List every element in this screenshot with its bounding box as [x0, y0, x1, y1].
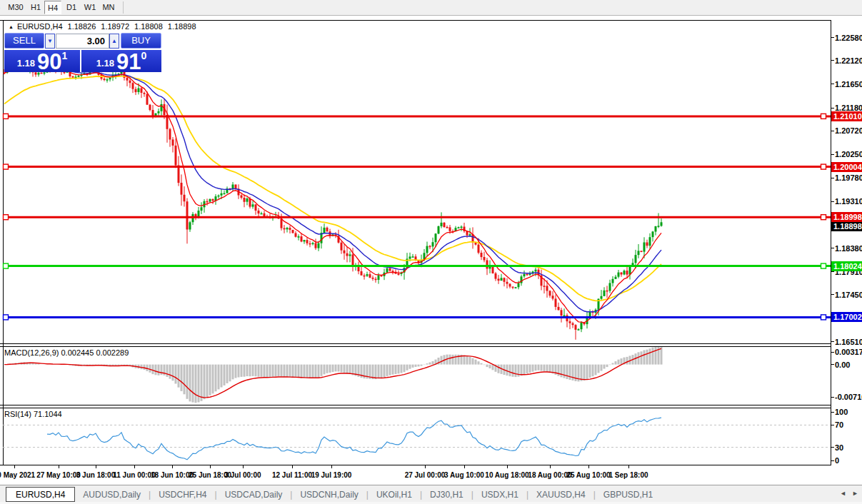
quote-low: 1.18808	[134, 22, 163, 31]
price-tick	[831, 178, 834, 178]
date-label: 3 Jul 00:00	[224, 471, 261, 479]
date-tick	[243, 465, 244, 468]
sell-price-prefix: 1.18	[17, 58, 35, 69]
date-tick	[292, 465, 293, 468]
price-tick-label: 1.21650	[835, 80, 862, 89]
date-tick	[14, 465, 15, 468]
macd-tick-label: 0.00	[835, 361, 850, 369]
hline-price-badge: 1.20004	[831, 162, 862, 172]
quote-open: 1.18826	[68, 22, 96, 31]
collapse-panel-icon[interactable]: ▲	[9, 24, 14, 29]
chart-ohlc-header: ▲EURUSD,H41.188261.189721.188081.18898	[4, 21, 162, 31]
rsi-tick-label: 0	[835, 456, 839, 465]
price-tick-label: 1.16510	[835, 338, 862, 346]
date-label: 18 Aug 00:00	[528, 471, 571, 479]
date-tick	[331, 465, 332, 468]
rsi-tick	[831, 412, 834, 413]
plot-right-border	[831, 20, 831, 465]
price-tick-label: 1.20720	[835, 126, 862, 135]
price-tick	[831, 37, 834, 38]
sell-price-box[interactable]: 1.18 90 1	[4, 50, 80, 72]
date-label: 19 Jul 19:00	[311, 471, 352, 479]
sell-button[interactable]: SELL	[4, 33, 44, 49]
price-tick-label: 1.19780	[835, 173, 862, 182]
date-tick	[59, 465, 59, 468]
tf-button-M30[interactable]: M30	[6, 1, 26, 14]
price-tick	[831, 108, 834, 109]
tab-usdcad-daily[interactable]: USDCAD,Daily	[217, 488, 291, 502]
tab-gbpusd-h1[interactable]: GBPUSD,H1	[596, 488, 661, 502]
tf-button-MN[interactable]: MN	[100, 1, 117, 14]
tab-xauusd-h4[interactable]: XAUUSD,H4	[528, 488, 593, 502]
rsi-tick	[831, 447, 834, 448]
price-tick-label: 1.22580	[835, 34, 862, 42]
price-tick-label: 1.19310	[835, 197, 862, 206]
rsi-tick	[831, 460, 834, 461]
volume-increase-button[interactable]: ▲	[109, 34, 119, 49]
rsi-window-bottom-border	[0, 465, 831, 465]
symbol-tab-bar: EURUSD,H4AUDUSD,Daily|USDCHF,H4|USDCAD,D…	[0, 485, 862, 502]
buy-button[interactable]: BUY	[121, 33, 161, 49]
price-tick	[831, 294, 834, 295]
date-label: 11 Jun 00:00	[113, 471, 155, 479]
tabs-scroll-left-icon[interactable]: ◄	[840, 490, 846, 497]
date-tick	[172, 465, 173, 468]
tab-usdchf-h4[interactable]: USDCHF,H4	[151, 488, 214, 502]
volume-input[interactable]	[56, 34, 109, 49]
tab-eurusd-h4[interactable]: EURUSD,H4	[6, 487, 75, 502]
buy-price-sup: 0	[141, 50, 147, 61]
price-tick	[831, 271, 834, 272]
tf-button-D1[interactable]: D1	[63, 1, 80, 14]
hline-price-badge: 1.21010	[831, 111, 862, 121]
date-label: 10 Aug 18:00	[485, 471, 528, 479]
price-tick	[831, 201, 834, 202]
date-label: 27 May 10:00	[36, 471, 81, 479]
date-tick	[628, 465, 629, 468]
rsi-tick-label: 30	[835, 443, 843, 452]
date-tick	[464, 465, 465, 468]
tf-button-W1[interactable]: W1	[81, 1, 99, 14]
hline-price-badge: 1.17002	[831, 312, 862, 322]
sell-price-big: 90	[37, 53, 61, 71]
date-label: 1 Sep 18:00	[608, 471, 648, 479]
quote-close: 1.18898	[168, 22, 196, 31]
buy-price-box[interactable]: 1.18 91 0	[81, 50, 161, 72]
price-tick	[831, 131, 834, 131]
date-label: 12 Jul 11:00	[272, 471, 312, 479]
tab-ukoil-h1[interactable]: UKOil,H1	[369, 488, 420, 502]
date-tick	[96, 465, 96, 468]
rsi-label: RSI(14) 71.1044	[4, 410, 62, 418]
hline-price-badge: 1.18024	[831, 261, 862, 271]
tab-dj30-h1[interactable]: DJ30,H1	[422, 488, 471, 502]
tab-usdx-h1[interactable]: USDX,H1	[473, 488, 526, 502]
toolbar-separator	[123, 1, 124, 14]
date-tick	[134, 465, 135, 468]
rsi-indicator-chart[interactable]	[0, 408, 831, 465]
buy-price-big: 91	[116, 53, 141, 71]
price-tick	[831, 341, 834, 342]
tab-audusd-daily[interactable]: AUDUSD,Daily	[75, 488, 149, 502]
macd-tick	[831, 364, 834, 365]
price-tick-label: 1.18380	[835, 244, 862, 253]
rsi-tick-label: 70	[835, 420, 843, 429]
price-tick	[831, 248, 834, 248]
price-tick	[831, 154, 834, 155]
price-tick	[831, 84, 834, 84]
tabs-scroll-right-icon[interactable]: ►	[852, 490, 858, 497]
trading-terminal: 5M30H1H4D1W1MN 1.225801.221201.216501.21…	[0, 0, 862, 504]
date-label: 18 Jun 10:00	[151, 471, 194, 479]
volume-decrease-button[interactable]: ▼	[45, 34, 55, 49]
sell-price-sup: 1	[62, 50, 68, 61]
tf-button-5[interactable]: 5	[0, 1, 6, 14]
macd-window-bottom-border[interactable]	[0, 405, 831, 405]
main-window-bottom-border[interactable]	[0, 343, 831, 344]
tf-button-H4[interactable]: H4	[44, 1, 61, 14]
date-label: 3 Aug 10:00	[444, 471, 484, 479]
macd-tick-label: 0.003179	[835, 348, 862, 356]
chart-symbol-label: EURUSD,H4	[17, 22, 63, 31]
timeframe-toolbar: 5M30H1H4D1W1MN	[0, 0, 862, 16]
macd-tick	[831, 397, 834, 398]
date-tick	[210, 465, 211, 468]
tf-button-H1[interactable]: H1	[27, 1, 44, 14]
tab-usdcnh-daily[interactable]: USDCNH,Daily	[292, 488, 366, 502]
